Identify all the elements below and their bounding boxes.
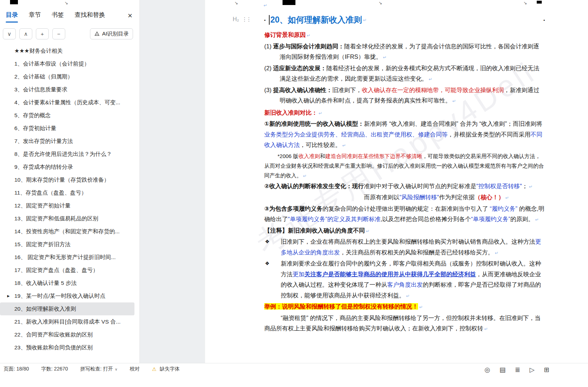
toc-item[interactable]: 10、期末存货的计量（存货跌价准备）: [0, 173, 134, 186]
expand-all-button[interactable]: ∧: [19, 28, 32, 39]
toc-item[interactable]: ★★★财务会计相关: [0, 44, 134, 57]
doc-paragraph: *2006 版收入准则和建造合同准则在某些情形下边界不够清晰，可能导致类似的交易…: [264, 151, 545, 181]
add-level-button[interactable]: +: [36, 28, 49, 39]
ai-recognize-label: AI识别目录: [102, 30, 129, 37]
doc-paragraph: (2) 适应新业态的发展：随着经济社会的发展，新的业务模式和交易方式不断涌现，旧…: [264, 63, 545, 85]
text-run: ，可比性较差。: [300, 142, 341, 148]
paragraph-mark-icon: ↵: [363, 18, 367, 23]
toc-item[interactable]: 21、新收入准则科目[合同取得成本 VS 合...: [0, 315, 134, 328]
workspace-background: [140, 0, 205, 387]
text-run: （核心！）: [475, 194, 504, 200]
collapse-all-button[interactable]: ∨: [3, 28, 16, 39]
toc-item-label: ★★★财务会计相关: [14, 47, 63, 55]
text-run: 新准则将 “收入准则、建造合同准则” 合并为 “收入准则”；而旧准则将: [364, 120, 542, 127]
doc-paragraph: ②收入确认的判断标准发生变化：现行准则中对于收入确认时间节点的判定标准是"控制权…: [264, 181, 545, 192]
doc-paragraph: (1) 逐步与国际会计准则趋同：随着全球化经济的发展，为了提高会计信息的国际可比…: [264, 41, 545, 63]
toc-item-label: 14、投资性房地产（和固定资产和存货的...: [14, 228, 120, 235]
toc-item-label: 15、固定资产折旧方法: [14, 241, 71, 248]
drag-handle-icon[interactable]: ⋮⋮: [242, 16, 251, 23]
text-run: 【注释】新旧准则收入确认的角度不同: [264, 227, 365, 234]
toc-item[interactable]: 23、预收账款和合同负债的区别: [0, 341, 134, 354]
toc-item[interactable]: 5、存货的概念: [0, 109, 134, 122]
toc-item[interactable]: 17、固定资产盘点（盘盈、盘亏）: [0, 264, 134, 277]
toc-item[interactable]: ▶19、某一时点/某一时段收入确认时点: [0, 290, 134, 302]
paragraph-mark-icon: ↵: [452, 99, 456, 104]
text-run: *2006 版: [278, 153, 298, 159]
text-run: 而原有准则以: [364, 194, 399, 200]
text-run: 举例：说明风险和报酬转移了但是控制权没有转移的情况！: [264, 303, 418, 310]
text-run: (3): [264, 87, 273, 93]
sidebar-tabs: 目录章节书签查找和替换×: [0, 0, 139, 23]
doc-paragraph: “融资租赁” 的情况下，商品的主要风险和报酬转移给了另一方，但控制权并未转移。在…: [264, 313, 545, 335]
toc-item[interactable]: 22、合同资产和应收账款的区别: [0, 328, 134, 341]
ai-recognize-button[interactable]: AI识别目录: [90, 28, 133, 39]
spellcheck-status[interactable]: 拼写检查: 打开 ∨: [80, 366, 118, 372]
paragraph-mark-icon: ↵: [303, 173, 307, 178]
toc-item[interactable]: 1、会计基本假设（会计前提）: [0, 57, 134, 70]
toc-item-label: 18、收入确认计量 5 步法: [14, 280, 77, 287]
toc-item[interactable]: 2、会计基础（归属期）: [0, 70, 134, 83]
toc-item-label: 5、存货的概念: [14, 112, 51, 119]
toc-item[interactable]: 15、固定资产折旧方法: [0, 238, 134, 251]
window-fragment: [537, 1, 542, 4]
text-run: 关注客户是否能够主导商品的使用并从中获得几乎全部的经济利益: [304, 271, 476, 277]
resize-icon: ↘: [65, 0, 68, 5]
doc-paragraph: ③为包含多项履约义务的复杂合同的会计处理做出更明确的规定：在新准则当中引入了 “…: [264, 204, 545, 225]
doc-paragraph: 举例：说明风险和报酬转移了但是控制权没有转移的情况！↵: [264, 301, 545, 313]
toc-item[interactable]: 4、会计要素&计量属性（历史成本、可变...: [0, 96, 134, 109]
toc-item[interactable]: 3、会计信息质量要求: [0, 83, 134, 96]
tab-bookmarks[interactable]: 书签: [52, 11, 64, 23]
word-count[interactable]: 字数: 22670: [41, 366, 68, 372]
proofread-button[interactable]: 校对: [130, 366, 140, 372]
toc-item[interactable]: 12、固定资产初始计量: [0, 199, 134, 212]
grid-view-icon[interactable]: ⊞: [544, 366, 549, 374]
toc-toolbar: ∨ ∧ + − AI识别目录: [0, 23, 139, 39]
toc-item-label: 23、预收账款和合同负债的区别: [14, 344, 93, 352]
paragraph-mark-icon: ↵: [319, 111, 322, 116]
toc-item[interactable]: 8、是否允许使用后进先出法？为什么？: [0, 148, 134, 161]
page-indicator[interactable]: 页面: 18/80: [4, 366, 29, 372]
paragraph-mark-icon: ↵: [535, 217, 539, 222]
resize-icon: ↘: [234, 0, 238, 5]
text-run: 建造合同准则在某些情形下边界不够清晰: [325, 153, 422, 159]
toc-item-label: 10、期末存货的计量（存货跌价准备）: [14, 176, 109, 184]
toc-item-label: 1、会计基本假设（会计前提）: [14, 60, 90, 68]
toc-item[interactable]: 6、存货初始计量: [0, 122, 134, 135]
remove-level-button[interactable]: −: [52, 28, 65, 39]
text-run: 业务类型分为企业提供劳务、经营商品、出租资产使用权、修建合同等: [264, 131, 448, 138]
close-icon[interactable]: ×: [128, 12, 132, 23]
toc-item[interactable]: 13、固定资产和低值易耗品的区别: [0, 212, 134, 225]
toc-item[interactable]: 11、存货盘点（盘盈、盘亏）: [0, 186, 134, 199]
toc-item-label: 8、是否允许使用后进先出法？为什么？: [14, 150, 112, 158]
doc-paragraph: ❖新准则要求企业在履行合同中的履约义务，即客户取得相关商品（或服务）控制权时确认…: [264, 258, 545, 301]
toc-item-label: 4、会计要素&计量属性（历史成本、可变...: [14, 99, 120, 106]
tab-find-replace[interactable]: 查找和替换: [75, 11, 105, 23]
toc-item[interactable]: 18、收入确认计量 5 步法: [0, 277, 134, 290]
toc-item[interactable]: 7、发出存货的计量方法: [0, 135, 134, 148]
document-page[interactable]: 考证专用Happy4Deli ↵ H₂ ⋮⋮ ▪ 20、如何理解新收入准则 ↵ …: [205, 0, 588, 363]
list-bullet-icon: ▪: [544, 18, 545, 22]
toc-item[interactable]: 16、 固定资产和无形资产计提折旧时间...: [0, 251, 134, 264]
text-run: “单项履约义务”: [471, 216, 511, 222]
expand-arrow-icon[interactable]: ▶: [7, 294, 10, 298]
paragraph-mark-icon: ↵: [484, 326, 488, 331]
outline-list-icon[interactable]: ≣: [515, 366, 520, 374]
tab-chapters[interactable]: 章节: [29, 11, 41, 23]
tab-toc[interactable]: 目录: [6, 11, 18, 23]
eye-icon[interactable]: ◎: [484, 366, 490, 374]
toc-item-label: 12、固定资产初始计量: [14, 202, 71, 210]
toc-item[interactable]: 20、如何理解新收入准则: [0, 302, 134, 315]
chevron-down-icon: ∨: [8, 31, 11, 37]
document-icon[interactable]: ▤: [499, 366, 506, 374]
play-presentation-icon[interactable]: ▷: [530, 366, 535, 374]
warning-icon: ⚠: [152, 366, 157, 372]
text-run: “履约义务”: [490, 205, 517, 212]
toc-item-label: 16、 固定资产和无形资产计提折旧时间...: [14, 254, 115, 261]
status-bar: 页面: 18/80 字数: 22670 拼写检查: 打开 ∨ 校对 ⚠ 缺失字体…: [0, 363, 588, 387]
toc-item[interactable]: 14、投资性房地产（和固定资产和存货的...: [0, 225, 134, 238]
missing-font-warning[interactable]: ⚠ 缺失字体: [152, 366, 180, 372]
diamond-bullet-icon: ❖: [265, 236, 270, 247]
toc-item-label: 2、会计基础（归属期）: [14, 73, 73, 81]
toc-item-label: 13、固定资产和低值易耗品的区别: [14, 215, 98, 223]
toc-item[interactable]: 9、存货成本的结转分录: [0, 161, 134, 173]
